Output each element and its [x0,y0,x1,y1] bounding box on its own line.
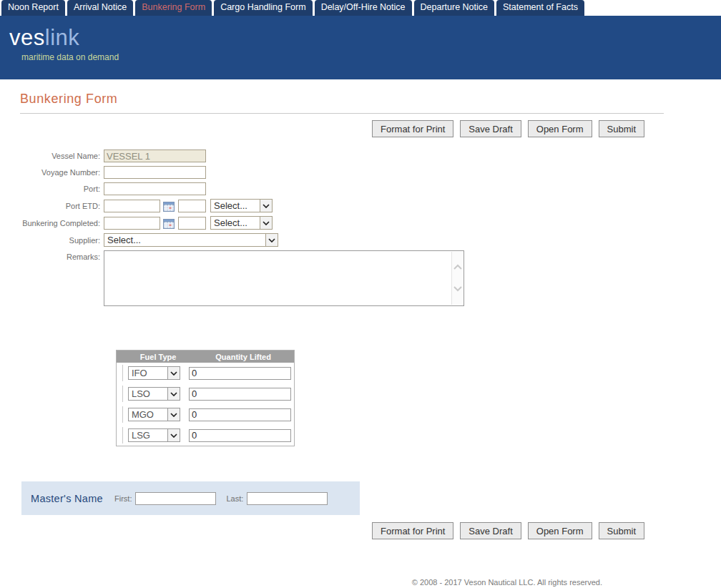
remarks-label: Remarks: [20,250,104,263]
supplier-row: Supplier: Select... [20,233,664,247]
tab-arrival-notice[interactable]: Arrival Notice [67,0,133,16]
first-name-field[interactable] [135,492,216,505]
voyage-number-label: Voyage Number: [20,166,104,179]
port-etd-time-field[interactable] [178,200,206,212]
tab-delay-off-hire-notice[interactable]: Delay/Off-Hire Notice [315,0,412,16]
open-form-button[interactable]: Open Form [528,522,592,539]
row-handle [117,386,123,402]
chevron-down-icon [260,217,272,229]
supplier-value: Select... [104,235,265,245]
tab-cargo-handling-form[interactable]: Cargo Handling Form [214,0,313,16]
chevron-down-icon [167,429,180,441]
bunkering-completed-row: Bunkering Completed: Select... [20,216,664,230]
remarks-scrollbar[interactable] [451,252,463,305]
port-etd-row: Port ETD: Select... [20,199,664,212]
scroll-up-icon [453,264,462,270]
port-etd-date-field[interactable] [104,200,160,212]
port-field[interactable] [104,182,206,195]
quantity-lifted-field-4[interactable] [189,429,291,442]
remarks-row: Remarks: [20,250,664,306]
calendar-icon[interactable] [163,218,175,229]
open-form-button[interactable]: Open Form [528,120,592,137]
fuel-type-select-3[interactable]: MGO [128,408,180,421]
format-for-print-button[interactable]: Format for Print [372,120,453,137]
row-handle [117,427,123,444]
bunkering-completed-date-field[interactable] [104,217,160,230]
fuel-type-select-4[interactable]: LSG [128,428,180,442]
fuel-type-value: IFO [129,368,167,378]
toolbar-bottom: Format for Print Save Draft Open Form Su… [20,522,644,539]
copyright-text: © 2008 - 2017 Veson Nautical LLC. All ri… [20,578,602,587]
quantity-lifted-field-1[interactable] [189,367,291,380]
tab-noon-report[interactable]: Noon Report [1,0,65,16]
tab-statement-of-facts[interactable]: Statement of Facts [496,0,584,16]
port-etd-label: Port ETD: [20,200,104,212]
calendar-icon[interactable] [163,201,175,212]
supplier-select[interactable]: Select... [104,233,278,247]
scroll-down-icon [453,286,462,292]
first-name-label: First: [114,494,132,503]
save-draft-button[interactable]: Save Draft [460,522,521,539]
quantity-lifted-header: Quantity Lifted [192,353,294,361]
table-row: IFO [117,363,294,383]
quantity-lifted-field-3[interactable] [189,408,291,421]
page-title: Bunkering Form [20,92,664,114]
quantity-lifted-field-2[interactable] [189,388,291,401]
logo-tagline: maritime data on demand [21,52,721,62]
table-row: LSO [117,383,294,404]
submit-button[interactable]: Submit [599,120,644,137]
voyage-number-field[interactable] [104,166,206,179]
port-etd-zone-select[interactable]: Select... [210,199,273,212]
save-draft-button[interactable]: Save Draft [460,120,521,137]
form-tabbar: Noon Report Arrival Notice Bunkering For… [0,0,721,16]
remarks-textarea[interactable] [104,250,464,306]
tab-departure-notice[interactable]: Departure Notice [414,0,495,16]
table-row: LSG [117,425,294,446]
port-row: Port: [20,182,664,195]
fuel-table: Fuel Type Quantity Lifted IFO LSO [116,350,295,446]
chevron-down-icon [265,234,278,246]
fuel-type-value: MGO [129,409,167,420]
row-handle [117,365,123,381]
bunkering-completed-time-field[interactable] [178,217,206,230]
bunkering-completed-label: Bunkering Completed: [20,217,104,230]
table-row: MGO [117,404,294,425]
supplier-label: Supplier: [20,234,104,247]
toolbar-top: Format for Print Save Draft Open Form Su… [20,120,644,137]
fuel-table-header: Fuel Type Quantity Lifted [117,351,294,363]
submit-button[interactable]: Submit [599,522,644,539]
row-handle [117,406,123,423]
logo-ves: ves [9,25,45,50]
masters-name-title: Master's Name [31,493,114,504]
chevron-down-icon [167,408,180,421]
port-label: Port: [20,182,104,195]
vessel-name-field[interactable] [104,150,206,162]
last-name-label: Last: [226,494,243,503]
veslink-logo: veslink [9,25,721,51]
app-header: veslink maritime data on demand [0,16,721,79]
fuel-type-value: LSO [129,388,167,399]
tab-bunkering-form[interactable]: Bunkering Form [135,0,212,16]
chevron-down-icon [167,367,180,379]
last-name-field[interactable] [247,492,328,505]
bunkering-form: Vessel Name: Voyage Number: Port: Port E… [20,150,664,306]
bunkering-completed-zone-select[interactable]: Select... [210,216,273,230]
chevron-down-icon [167,388,180,400]
masters-name-section: Master's Name First: Last: [21,481,360,515]
voyage-number-row: Voyage Number: [20,166,664,179]
fuel-type-value: LSG [129,430,167,441]
logo-link: link [45,25,80,50]
port-etd-zone-value: Select... [211,200,260,211]
format-for-print-button[interactable]: Format for Print [372,522,453,539]
fuel-type-select-1[interactable]: IFO [128,366,180,380]
bunkering-completed-zone-value: Select... [211,217,260,228]
vessel-name-label: Vessel Name: [20,150,104,162]
fuel-type-header: Fuel Type [117,353,192,361]
fuel-type-select-2[interactable]: LSO [128,387,180,401]
vessel-name-row: Vessel Name: [20,150,664,162]
chevron-down-icon [260,200,272,212]
